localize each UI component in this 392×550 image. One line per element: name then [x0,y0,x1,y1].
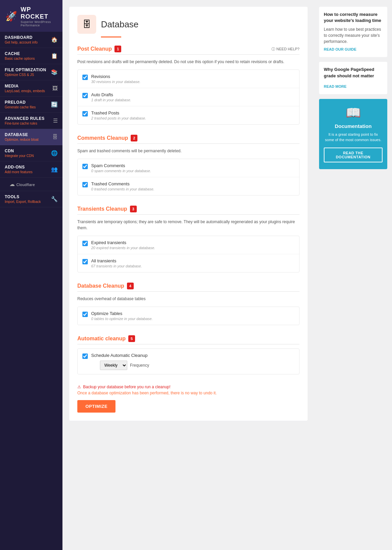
comments-cleanup-list: Spam Comments 0 spam comments in your da… [77,159,299,195]
comments-cleanup-badge: 2 [131,135,137,141]
sidebar-item-dashboard[interactable]: DASHBOARD Get help, account info 🏠 [0,32,62,48]
optimize-button[interactable]: OPTIMIZE [77,400,115,413]
spam-comments-sub: 0 spam comments in your database. [91,169,151,173]
page-icon: 🗄 [77,15,96,34]
tip2-title: Why Google PageSpeed grade should not ma… [324,67,383,79]
addons-icon: 👥 [51,166,58,173]
doc-button[interactable]: READ THE DOCUMENTATION [324,148,383,162]
schedule-cleanup-checkbox[interactable] [82,353,88,359]
trashed-comments-label: Trashed Comments [91,181,154,186]
sidebar: 🚀 WP ROCKET Superior WordPress Performan… [0,0,62,550]
post-cleanup-badge: 1 [114,46,121,52]
revisions-label: Revisions [91,74,140,79]
frequency-label: Frequency [130,363,149,368]
tip1-title: How to correctly measure your website's … [324,11,383,24]
tip2-link[interactable]: READ MORE [324,84,346,89]
tip1-link[interactable]: READ OUR GUIDE [324,47,357,52]
expired-transients-sub: 20 expired transients in your database. [91,246,155,250]
automatic-cleanup-title: Automatic cleanup [77,336,126,342]
cdn-icon: 🌐 [51,150,58,156]
divider [77,214,299,215]
cache-icon: 📋 [51,53,58,59]
post-cleanup-section: Post Cleanup 1 ⓘ NEED HELP? Post revisio… [77,46,299,125]
comments-cleanup-desc: Spam and trashed comments will be perman… [77,148,299,154]
home-icon: 🏠 [51,36,58,43]
database-cleanup-badge: 4 [127,283,134,289]
backup-warning: ⚠ Backup your database before you run a … [77,385,299,389]
trashed-comments-checkbox[interactable] [82,182,88,187]
transients-cleanup-badge: 3 [130,206,137,212]
trashed-comments-sub: 0 trashed comments in your database. [91,187,154,191]
post-cleanup-list: Revisions 30 revisions in your database.… [77,70,299,125]
need-help-link[interactable]: ⓘ NEED HELP? [271,47,299,52]
schedule-cleanup-label: Schedule Automatic Cleanup [91,353,149,358]
auto-drafts-sub: 1 draft in your database. [91,98,131,102]
automatic-cleanup-list: Schedule Automatic Cleanup Weekly Daily … [77,348,299,374]
automatic-cleanup-section: Automatic cleanup 5 Schedule Automatic C… [77,335,299,374]
page-title: Database [101,19,138,30]
all-transients-label: All transients [91,258,142,263]
comments-cleanup-section: Comments Cleanup 2 Spam and trashed comm… [77,135,299,195]
database-cleanup-title: Database Cleanup [77,283,124,289]
sidebar-item-tools[interactable]: TOOLS Import, Export, Rollback 🔧 [0,191,62,207]
checkbox-optimize-tables: Optimize Tables 0 tables to optimize in … [78,307,299,325]
sidebar-item-cache[interactable]: CACHE Basic cache options 📋 [0,48,62,64]
checkbox-trashed-comments: Trashed Comments 0 trashed comments in y… [78,177,299,195]
tools-icon: 🔧 [51,196,58,202]
preload-icon: 🔄 [51,101,58,108]
trashed-posts-label: Trashed Posts [91,110,146,115]
expired-transients-label: Expired transients [91,240,155,245]
trashed-posts-sub: 2 trashed posts in your database. [91,116,146,120]
transients-cleanup-desc: Transients are temporary options; they a… [77,219,299,231]
checkbox-spam-comments: Spam Comments 0 spam comments in your da… [78,159,299,177]
doc-title: Documentation [324,123,383,129]
all-transients-checkbox[interactable] [82,259,88,264]
sidebar-item-file-optimization[interactable]: FILE OPTIMIZATION Optimize CSS & JS 📚 [0,64,62,80]
transients-cleanup-title: Transients Cleanup [77,206,127,212]
main-wrapper: 🗄 Database Post Cleanup 1 ⓘ NEED HELP? [62,0,392,550]
warning-icon: ⚠ [77,385,81,389]
sidebar-item-cdn[interactable]: CDN Integrate your CDN 🌐 [0,145,62,161]
sidebar-item-add-ons[interactable]: ADD-ONS Add more features 👥 [0,161,62,178]
page-header: 🗄 Database [77,15,299,34]
database-cleanup-section: Database Cleanup 4 Reduces overhead of d… [77,283,299,325]
cloudflare-icon: ☁ [9,181,15,187]
file-opt-icon: 📚 [51,69,58,75]
right-sidebar: How to correctly measure your website's … [314,0,392,550]
spam-comments-checkbox[interactable] [82,164,88,169]
database-cleanup-list: Optimize Tables 0 tables to optimize in … [77,307,299,325]
trashed-posts-checkbox[interactable] [82,111,88,116]
tip1-box: How to correctly measure your website's … [319,7,387,57]
warning-box: ⚠ Backup your database before you run a … [77,385,299,395]
divider [77,291,299,292]
optimize-tables-checkbox[interactable] [82,312,88,317]
expired-transients-checkbox[interactable] [82,241,88,246]
sidebar-item-database[interactable]: DATABASE Optimize, reduce bloat 🗄 [0,129,62,145]
post-cleanup-desc: Post revisions and drafts will be perman… [77,59,299,65]
checkbox-trashed-posts: Trashed Posts 2 trashed posts in your da… [78,106,299,124]
transients-cleanup-section: Transients Cleanup 3 Transients are temp… [77,206,299,272]
frequency-select[interactable]: Weekly Daily Monthly [100,361,127,370]
sidebar-item-cloudflare[interactable]: ☁ Cloudflare [0,178,62,191]
revisions-checkbox[interactable] [82,75,88,80]
checkbox-all-transients: All transients 67 transients in your dat… [78,254,299,272]
checkbox-auto-drafts: Auto Drafts 1 draft in your database. [78,88,299,106]
sidebar-item-media[interactable]: MEDIA LazyLoad, emojis, embeds 🖼 [0,80,62,97]
undo-warning: Once a database optimization has been pe… [77,391,299,395]
checkbox-schedule: Schedule Automatic Cleanup Weekly Daily … [78,349,299,374]
sidebar-item-preload[interactable]: PRELOAD Generate cache files 🔄 [0,97,62,113]
rocket-icon: 🚀 [5,12,17,21]
logo-name: WP ROCKET [21,6,57,20]
revisions-sub: 30 revisions in your database. [91,80,140,84]
auto-drafts-checkbox[interactable] [82,93,88,98]
media-icon: 🖼 [52,85,58,91]
frequency-row: Weekly Daily Monthly Frequency [100,361,149,370]
post-cleanup-header: Post Cleanup 1 ⓘ NEED HELP? [77,46,299,52]
auto-drafts-label: Auto Drafts [91,92,131,97]
logo: 🚀 WP ROCKET Superior WordPress Performan… [0,0,62,32]
tip1-desc: Learn how to use best practices to corre… [324,26,383,45]
optimize-tables-label: Optimize Tables [91,311,153,316]
optimize-tables-sub: 0 tables to optimize in your database. [91,317,153,321]
sidebar-item-advanced-rules[interactable]: ADVANCED RULES Fine-tune cache rules ☰ [0,113,62,129]
doc-desc: It is a great starting point to fix some… [324,132,383,143]
